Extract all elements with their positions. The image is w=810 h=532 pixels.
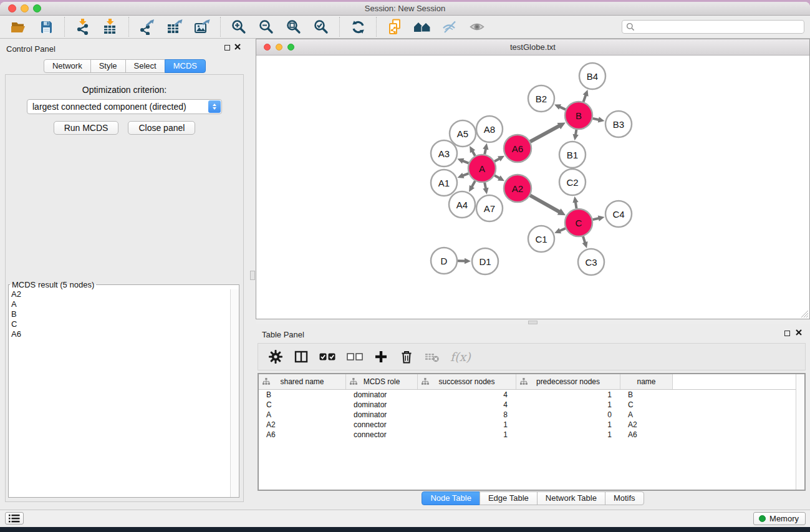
- tab-mcds[interactable]: MCDS: [165, 59, 206, 73]
- zoom-in-button[interactable]: [227, 16, 251, 37]
- networks-home-button[interactable]: [410, 16, 434, 37]
- edge-B-B2[interactable]: [559, 107, 566, 110]
- cell-shared-name[interactable]: A2: [259, 420, 346, 429]
- cell-shared-name[interactable]: A: [259, 410, 346, 419]
- vertical-splitter[interactable]: [249, 39, 256, 510]
- duplicate-network-button[interactable]: [383, 16, 407, 37]
- cell-successor-nodes[interactable]: 4: [418, 400, 516, 409]
- edge-A-A7[interactable]: [485, 183, 486, 189]
- tab-motifs[interactable]: Motifs: [605, 491, 644, 505]
- edge-A6-B[interactable]: [530, 125, 559, 142]
- cell-name[interactable]: B: [620, 390, 673, 399]
- save-session-button[interactable]: [34, 16, 58, 37]
- table-row[interactable]: Adominator80A: [259, 410, 804, 420]
- edge-B-B3[interactable]: [592, 118, 599, 120]
- float-panel-icon[interactable]: [224, 45, 230, 51]
- network-close-button[interactable]: [264, 44, 271, 51]
- edge-C-C3[interactable]: [583, 236, 586, 243]
- function-builder-button[interactable]: f(x): [450, 349, 471, 365]
- task-history-button[interactable]: [5, 512, 24, 525]
- cell-mcds-role[interactable]: dominator: [346, 390, 418, 399]
- cell-mcds-role[interactable]: connector: [346, 420, 418, 429]
- cell-successor-nodes[interactable]: 1: [418, 430, 516, 439]
- zoom-selected-button[interactable]: [309, 16, 333, 37]
- refresh-network-button[interactable]: [346, 16, 370, 37]
- export-table-button[interactable]: [163, 16, 186, 37]
- network-zoom-button[interactable]: [287, 44, 294, 51]
- export-network-button[interactable]: [135, 16, 159, 37]
- mcds-result-item[interactable]: B: [9, 309, 231, 319]
- add-column-button[interactable]: [374, 349, 388, 365]
- edge-A2-C[interactable]: [530, 195, 560, 212]
- mcds-result-item[interactable]: C: [9, 319, 231, 329]
- split-columns-button[interactable]: [294, 349, 309, 365]
- zoom-fit-button[interactable]: [282, 16, 306, 37]
- memory-button[interactable]: Memory: [753, 512, 806, 525]
- mcds-result-item[interactable]: A2: [9, 289, 231, 299]
- cell-name[interactable]: A: [620, 410, 673, 419]
- cell-successor-nodes[interactable]: 8: [418, 410, 516, 419]
- import-table-button[interactable]: [99, 16, 122, 37]
- cell-mcds-role[interactable]: dominator: [346, 410, 418, 419]
- mcds-result-item[interactable]: A6: [9, 329, 231, 339]
- splitter-grip-icon[interactable]: [250, 271, 255, 280]
- cell-successor-nodes[interactable]: 4: [418, 390, 516, 399]
- float-panel-icon[interactable]: [784, 331, 790, 336]
- delete-column-button[interactable]: [399, 349, 414, 365]
- column-header-successor-nodes[interactable]: successor nodes: [418, 374, 516, 389]
- column-header-name[interactable]: name: [620, 374, 673, 389]
- cell-mcds-role[interactable]: connector: [346, 430, 418, 439]
- minimize-window-button[interactable]: [21, 4, 29, 12]
- column-header-shared-name[interactable]: shared name: [259, 374, 346, 389]
- cell-name[interactable]: C: [620, 400, 673, 409]
- tab-edge-table[interactable]: Edge Table: [480, 491, 538, 505]
- cell-predecessor-nodes[interactable]: 1: [516, 390, 620, 399]
- horizontal-splitter[interactable]: [256, 319, 810, 324]
- edge-A-A3[interactable]: [462, 161, 468, 163]
- table-row[interactable]: Bdominator41B: [259, 390, 804, 400]
- tab-network-table[interactable]: Network Table: [537, 491, 605, 505]
- mcds-result-item[interactable]: A: [9, 299, 231, 309]
- close-panel-button[interactable]: Close panel: [128, 121, 195, 135]
- tab-node-table[interactable]: Node Table: [422, 491, 480, 505]
- run-mcds-button[interactable]: Run MCDS: [54, 121, 119, 135]
- edge-A-A1[interactable]: [462, 173, 468, 176]
- show-all-button[interactable]: [465, 16, 489, 37]
- cell-name[interactable]: A2: [620, 420, 673, 429]
- table-row[interactable]: A6connector11A6: [259, 430, 804, 440]
- export-image-button[interactable]: [190, 16, 214, 37]
- cell-predecessor-nodes[interactable]: 1: [516, 430, 620, 439]
- column-header-mcds-role[interactable]: MCDS role: [346, 374, 418, 389]
- import-network-button[interactable]: [71, 16, 95, 37]
- table-row[interactable]: A2connector11A2: [259, 420, 804, 430]
- tab-select[interactable]: Select: [125, 59, 165, 73]
- column-header-predecessor-nodes[interactable]: predecessor nodes: [516, 374, 620, 389]
- zoom-window-button[interactable]: [33, 4, 41, 12]
- search-box[interactable]: [622, 20, 804, 34]
- cell-mcds-role[interactable]: dominator: [346, 400, 418, 409]
- cell-predecessor-nodes[interactable]: 1: [516, 420, 620, 429]
- table-row[interactable]: Cdominator41C: [259, 400, 804, 410]
- mcds-result-scrollbar[interactable]: [230, 289, 239, 497]
- close-window-button[interactable]: [8, 4, 16, 12]
- mcds-result-list[interactable]: A2ABCA6: [9, 289, 231, 497]
- table-scrollbar[interactable]: [796, 374, 804, 490]
- network-canvas[interactable]: B4B2BB3A5A8A6A3B1AA1C2A2A4A7C4CC1DD1C3: [256, 56, 809, 319]
- network-graph[interactable]: B4B2BB3A5A8A6A3B1AA1C2A2A4A7C4CC1DD1C3: [256, 56, 808, 319]
- delete-table-button[interactable]: [425, 349, 440, 365]
- hide-selected-button[interactable]: [438, 16, 461, 37]
- edge-C-C1[interactable]: [559, 228, 566, 231]
- network-minimize-button[interactable]: [276, 44, 282, 51]
- tab-style[interactable]: Style: [90, 59, 126, 73]
- cell-predecessor-nodes[interactable]: 0: [516, 410, 620, 419]
- edge-C-C2[interactable]: [576, 201, 577, 208]
- search-input[interactable]: [635, 22, 804, 32]
- table-settings-button[interactable]: [268, 349, 283, 365]
- edge-C-C4[interactable]: [592, 218, 599, 220]
- cell-name[interactable]: A6: [620, 430, 673, 439]
- tab-network[interactable]: Network: [44, 59, 91, 73]
- edge-B-B4[interactable]: [584, 95, 586, 102]
- select-all-columns-button[interactable]: [319, 349, 336, 365]
- cell-predecessor-nodes[interactable]: 1: [516, 400, 620, 409]
- zoom-out-button[interactable]: [254, 16, 278, 37]
